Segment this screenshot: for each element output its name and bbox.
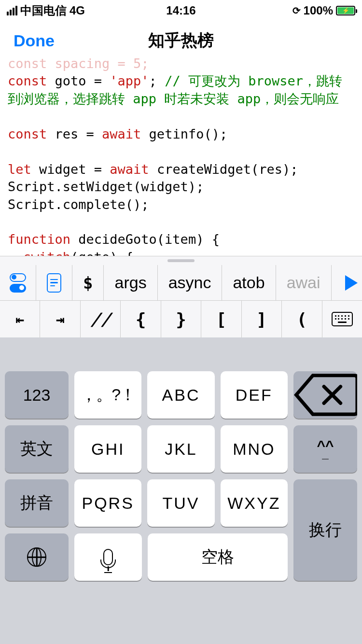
- battery-icon: ⚡: [336, 6, 355, 15]
- suggestion-args[interactable]: args: [103, 265, 157, 300]
- lbrace-button[interactable]: {: [120, 301, 160, 337]
- key-space[interactable]: 空格: [148, 533, 288, 581]
- grabber-icon[interactable]: [0, 256, 362, 265]
- key-abc[interactable]: ABC: [147, 371, 214, 419]
- settings-toggle-button[interactable]: [0, 265, 36, 300]
- globe-icon: [27, 547, 46, 567]
- suggestion-await[interactable]: awai: [276, 265, 331, 300]
- keyboard: 123 ，。?！ ABC DEF 英文 GHI JKL MNO ^^ ＿ 拼音 …: [0, 337, 362, 644]
- key-jkl[interactable]: JKL: [147, 425, 214, 473]
- key-mno[interactable]: MNO: [221, 425, 288, 473]
- tab-right-button[interactable]: ⇥: [40, 301, 80, 337]
- keyboard-icon: [332, 312, 353, 326]
- key-globe[interactable]: [5, 533, 69, 581]
- key-def[interactable]: DEF: [221, 371, 288, 419]
- key-enter[interactable]: 换行: [293, 479, 357, 581]
- document-button[interactable]: [36, 265, 72, 300]
- hide-keyboard-button[interactable]: [322, 301, 362, 337]
- tab-left-button[interactable]: ⇤: [0, 301, 40, 337]
- mic-icon: [103, 549, 113, 565]
- rbracket-button[interactable]: ]: [241, 301, 281, 337]
- key-wxyz[interactable]: WXYZ: [221, 479, 288, 527]
- key-ghi[interactable]: GHI: [74, 425, 141, 473]
- carrier-label: 中国电信: [20, 3, 67, 18]
- clock: 14:16: [166, 4, 195, 17]
- dollar-button[interactable]: $: [72, 265, 103, 300]
- suggestion-async[interactable]: async: [157, 265, 222, 300]
- code-token: const: [8, 73, 47, 88]
- key-emoji[interactable]: ^^ ＿: [293, 425, 357, 473]
- key-pinyin[interactable]: 拼音: [5, 479, 69, 527]
- backspace-icon: [293, 373, 357, 417]
- key-pqrs[interactable]: PQRS: [74, 479, 141, 527]
- nav-bar: Done 知乎热榜: [0, 21, 362, 60]
- page-title: 知乎热榜: [148, 29, 214, 52]
- key-backspace[interactable]: [293, 371, 357, 419]
- done-button[interactable]: Done: [14, 31, 55, 50]
- lparen-button[interactable]: (: [281, 301, 321, 337]
- keyboard-accessory: $ args async atob awai ⇤ ⇥ // { } [ ] (: [0, 256, 362, 337]
- status-bar: 中国电信 4G 14:16 ⟳ 100% ⚡: [0, 0, 362, 21]
- lbracket-button[interactable]: [: [201, 301, 241, 337]
- rotation-lock-icon: ⟳: [292, 5, 301, 16]
- document-icon: [47, 273, 61, 293]
- run-button[interactable]: [331, 265, 362, 300]
- suggestion-atob[interactable]: atob: [222, 265, 275, 300]
- battery-pct: 100%: [304, 4, 333, 17]
- key-tuv[interactable]: TUV: [147, 479, 214, 527]
- comment-button[interactable]: //: [80, 301, 120, 337]
- rbrace-button[interactable]: }: [161, 301, 201, 337]
- key-123[interactable]: 123: [5, 371, 69, 419]
- key-punct[interactable]: ，。?！: [74, 371, 141, 419]
- signal-icon: [7, 6, 17, 15]
- key-mic[interactable]: [74, 533, 142, 581]
- key-english[interactable]: 英文: [5, 425, 69, 473]
- play-icon: [345, 275, 358, 291]
- code-editor[interactable]: const spacing = 5; const goto = 'app'; /…: [0, 55, 362, 256]
- network-label: 4G: [70, 4, 85, 17]
